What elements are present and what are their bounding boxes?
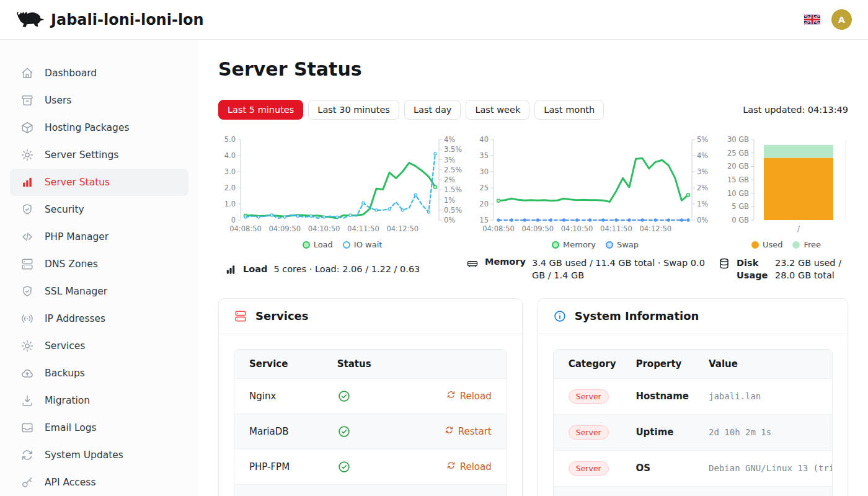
gear-icon [20,339,34,353]
sidebar-item-server-settings[interactable]: Server Settings [10,141,188,169]
services-card-title: Services [255,309,309,322]
database-icon [718,257,730,270]
svg-text:/: / [797,224,800,233]
memory-stat: Memory 3.4 GB used / 11.4 GB total · Swa… [463,257,711,282]
sidebar-item-api-access[interactable]: API Access [10,469,188,496]
reload-nginx-button[interactable]: Reload [446,390,492,402]
restart-mariadb-button[interactable]: Restart [445,425,492,437]
services-column-header [404,350,507,379]
svg-text:0.5%: 0.5% [444,206,462,215]
main-content: Server Status Last 5 minutesLast 30 minu… [198,40,868,496]
legend-item-memory: Memory [552,240,596,249]
property-value: 2d 10h 2m 1s [709,427,771,437]
tab-last-month[interactable]: Last month [534,100,604,120]
sidebar-item-label: DNS Zones [45,259,98,270]
disk-stat: Disk Usage 23.2 GB used / 28.0 GB total [715,257,848,282]
legend-item-swap: Swap [606,240,639,249]
boar-logo-icon [16,10,45,29]
last-updated-label: Last updated: 04:13:49 [743,105,848,115]
legend-item-used: Used [751,240,783,249]
services-table: ServiceStatus NginxReloadMariaDBRestartP… [234,350,507,496]
load-chart-legend: LoadIO wait [303,240,383,249]
status-ok-icon [337,460,394,474]
sidebar-item-label: IP Addresses [45,313,105,324]
sidebar-item-label: Migration [45,395,90,406]
bar-chart-icon [20,175,34,189]
status-ok-icon [337,389,394,403]
sidebar-item-dashboard[interactable]: Dashboard [10,60,188,87]
svg-text:04:11:50: 04:11:50 [347,224,379,233]
app-header: Jabali-loni-loni-lon A [0,0,868,40]
sidebar-item-php-manager[interactable]: PHP Manager [10,223,188,250]
system-info-card: System Information CategoryPropertyValue… [538,298,848,496]
svg-text:5.0: 5.0 [224,135,236,144]
system-info-card-title: System Information [575,309,699,322]
svg-text:04:10:50: 04:10:50 [561,224,593,233]
property-name: Hostname [626,378,699,414]
refresh-icon [446,390,456,402]
tab-last-5-minutes[interactable]: Last 5 minutes [218,100,303,120]
legend-item-load: Load [303,240,333,249]
tab-last-week[interactable]: Last week [466,100,529,120]
sidebar-item-services[interactable]: Services [10,332,188,360]
tab-last-30-minutes[interactable]: Last 30 minutes [308,100,399,120]
svg-text:4%: 4% [697,151,708,160]
sidebar-item-ip-addresses[interactable]: IP Addresses [10,305,188,332]
table-row-partial [554,486,832,496]
property-value: Debian GNU/Linux 13 (trixie) [709,463,832,473]
user-avatar[interactable]: A [831,9,852,30]
category-badge: Server [569,389,609,404]
table-row: ServerUptime2d 10h 2m 1s [554,414,832,450]
sidebar-item-label: Backups [45,368,85,379]
sidebar-item-ssl-manager[interactable]: SSL Manager [10,278,188,305]
svg-text:20 GB: 20 GB [727,162,749,170]
archive-icon [20,94,34,107]
sidebar-item-users[interactable]: Users [10,87,188,114]
shield-check-icon [20,203,34,216]
memory-stat-value: 3.4 GB used / 11.4 GB total · Swap 0.0 G… [532,257,711,282]
svg-text:1%: 1% [697,200,708,208]
memory-line [498,158,688,202]
property-value: jabali.lan [709,391,761,401]
io-wait-line [246,154,435,218]
property-name: Uptime [626,414,699,450]
sidebar-item-server-status[interactable]: Server Status [10,169,188,196]
svg-text:3.5%: 3.5% [444,145,462,154]
system-info-column-header: Property [626,350,699,379]
svg-text:40: 40 [479,135,489,144]
svg-text:3.0: 3.0 [224,167,236,176]
table-row: ServerHostnamejabali.lan [554,378,832,414]
services-column-header: Status [327,350,404,379]
sidebar-item-label: System Updates [45,450,123,461]
service-name: Nginx [234,378,327,414]
svg-text:04:11:50: 04:11:50 [600,224,632,233]
svg-text:30: 30 [479,167,489,176]
sidebar-item-migration[interactable]: Migration [10,387,188,414]
reload-php-fpm-button[interactable]: Reload [446,461,492,472]
sidebar-item-security[interactable]: Security [10,196,188,223]
svg-text:35: 35 [479,151,489,160]
memory-chart-plot: 1520253035400%1%2%3%4%5%04:08:5004:09:50… [471,133,719,239]
svg-text:2.0: 2.0 [224,184,236,192]
svg-text:4.0: 4.0 [224,151,236,160]
sidebar-item-system-updates[interactable]: System Updates [10,441,188,469]
memory-stat-label: Memory [485,257,526,267]
svg-text:3%: 3% [444,156,455,164]
sidebar-item-backups[interactable]: Backups [10,360,188,387]
system-info-column-header: Value [699,350,832,379]
tab-last-day[interactable]: Last day [404,100,461,120]
disk-usage-chart: 0 GB5 GB10 GB15 GB20 GB25 GB30 GB/UsedFr… [724,133,848,249]
load-stat: Load 5 cores · Load: 2.06 / 1.22 / 0.63 [218,257,458,282]
sidebar-item-email-logs[interactable]: Email Logs [10,414,188,441]
key-icon [20,476,34,489]
app-title: Jabali-loni-loni-lon [51,11,204,29]
bar-chart-icon [224,264,237,276]
disk-used-bar [764,158,833,221]
sidebar-item-hosting-packages[interactable]: Hosting Packages [10,114,188,141]
svg-text:0%: 0% [444,216,455,224]
sidebar-item-label: Dashboard [45,68,97,79]
property-name: OS [626,450,699,486]
sidebar-item-dns-zones[interactable]: DNS Zones [10,250,188,278]
language-flag-icon[interactable] [804,14,820,25]
svg-text:30 GB: 30 GB [727,135,749,144]
